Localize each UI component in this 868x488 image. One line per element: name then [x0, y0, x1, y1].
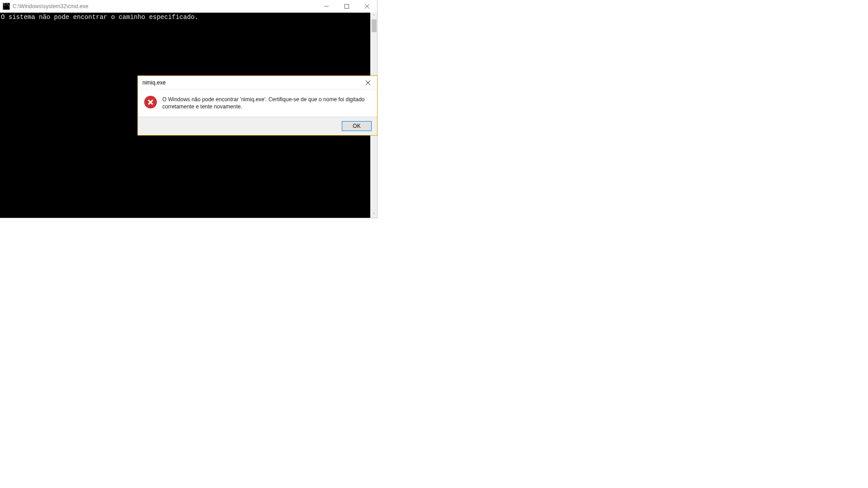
- cmd-app-icon: [3, 3, 10, 10]
- dialog-message: O Windows não pode encontrar 'nimiq.exe'…: [162, 96, 371, 110]
- scroll-thumb[interactable]: [372, 19, 377, 32]
- cmd-title: C:\Windows\system32\cmd.exe: [13, 3, 316, 9]
- cmd-output-line: O sistema não pode encontrar o caminho e…: [1, 14, 198, 21]
- dialog-title: nimiq.exe: [142, 80, 359, 86]
- maximize-icon: [344, 4, 349, 9]
- dialog-button-row: OK: [138, 117, 377, 135]
- minimize-icon: [324, 4, 329, 9]
- close-button[interactable]: [357, 0, 377, 13]
- dialog-body: O Windows não pode encontrar 'nimiq.exe'…: [138, 89, 377, 117]
- minimize-button[interactable]: [316, 0, 336, 13]
- dialog-titlebar[interactable]: nimiq.exe: [138, 76, 377, 89]
- close-icon: [365, 4, 369, 9]
- ok-button[interactable]: OK: [342, 121, 372, 131]
- close-icon: [366, 80, 370, 85]
- cmd-titlebar[interactable]: C:\Windows\system32\cmd.exe: [0, 0, 377, 13]
- maximize-button[interactable]: [336, 0, 357, 13]
- scroll-down-arrow-icon[interactable]: ˅: [371, 211, 377, 218]
- error-icon: [144, 96, 157, 108]
- error-dialog: nimiq.exe O Windows não pode encontrar '…: [137, 75, 377, 136]
- dialog-close-button[interactable]: [359, 76, 377, 89]
- scroll-up-arrow-icon[interactable]: ˄: [371, 13, 377, 19]
- svg-rect-1: [344, 5, 349, 9]
